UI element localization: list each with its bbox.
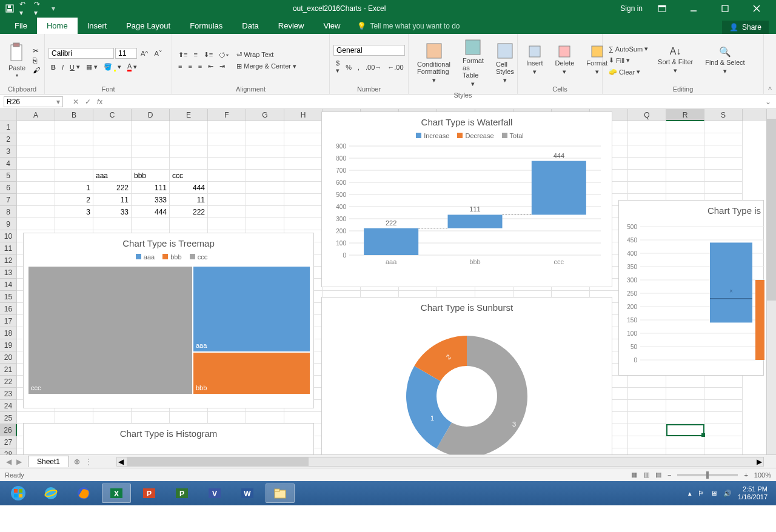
vertical-scrollbar[interactable] bbox=[766, 109, 776, 454]
row-header[interactable]: 2 bbox=[0, 133, 17, 145]
cell[interactable] bbox=[208, 158, 246, 170]
tab-data[interactable]: Data bbox=[232, 18, 268, 34]
align-middle-icon[interactable]: ≡ bbox=[191, 50, 199, 59]
merge-center-button[interactable]: ⊞ Merge & Center ▾ bbox=[234, 61, 299, 71]
column-header[interactable]: A bbox=[17, 109, 55, 121]
delete-cells-button[interactable]: Delete▾ bbox=[550, 36, 580, 84]
font-size-select[interactable] bbox=[115, 48, 137, 59]
row-header[interactable]: 26 bbox=[0, 424, 17, 436]
cell[interactable] bbox=[666, 121, 704, 133]
cell[interactable] bbox=[17, 218, 55, 230]
cell[interactable] bbox=[93, 158, 132, 170]
cell[interactable] bbox=[666, 412, 704, 424]
tray-time[interactable]: 2:51 PM bbox=[738, 485, 768, 493]
cell[interactable] bbox=[666, 182, 704, 194]
row-header[interactable]: 25 bbox=[0, 412, 17, 424]
cell[interactable] bbox=[704, 448, 743, 454]
cell[interactable] bbox=[628, 145, 666, 158]
tab-formulas[interactable]: Formulas bbox=[180, 18, 232, 34]
cell[interactable] bbox=[666, 448, 704, 454]
cell[interactable] bbox=[208, 133, 246, 145]
tab-review[interactable]: Review bbox=[269, 18, 314, 34]
row-header[interactable]: 22 bbox=[0, 376, 17, 388]
cell[interactable] bbox=[246, 133, 284, 145]
cell[interactable] bbox=[666, 133, 704, 145]
format-painter-icon[interactable]: 🖌 bbox=[33, 66, 40, 75]
cell[interactable]: 333 bbox=[132, 194, 170, 206]
fill-color-icon[interactable]: 🪣 ▾ bbox=[101, 61, 124, 73]
decrease-indent-icon[interactable]: ⇤ bbox=[206, 61, 216, 71]
cell[interactable] bbox=[628, 376, 666, 388]
tell-me-search[interactable]: 💡 Tell me what you want to do bbox=[350, 18, 467, 34]
zoom-in-icon[interactable]: + bbox=[744, 471, 748, 479]
cell[interactable] bbox=[284, 145, 323, 158]
cell[interactable] bbox=[17, 170, 55, 182]
tab-view[interactable]: View bbox=[313, 18, 350, 34]
cell[interactable] bbox=[208, 218, 246, 230]
cell[interactable] bbox=[208, 145, 246, 158]
cell[interactable]: aaa bbox=[93, 170, 132, 182]
cell[interactable] bbox=[704, 158, 743, 170]
row-header[interactable]: 10 bbox=[0, 230, 17, 242]
project-icon[interactable]: P bbox=[167, 484, 196, 503]
paste-button[interactable]: Paste ▾ bbox=[4, 36, 30, 84]
cell[interactable] bbox=[628, 182, 666, 194]
zoom-level[interactable]: 100% bbox=[754, 471, 771, 479]
cell[interactable]: 444 bbox=[132, 206, 170, 218]
column-header[interactable]: B bbox=[55, 109, 93, 121]
cell[interactable] bbox=[284, 158, 323, 170]
fill-button[interactable]: ⬇ Fill ▾ bbox=[606, 55, 651, 65]
increase-indent-icon[interactable]: ⇥ bbox=[217, 61, 227, 71]
cell[interactable] bbox=[628, 388, 666, 400]
cell[interactable] bbox=[246, 194, 284, 206]
bold-button[interactable]: B bbox=[48, 62, 58, 72]
increase-font-icon[interactable]: A^ bbox=[138, 48, 151, 58]
cell[interactable] bbox=[55, 121, 93, 133]
tray-expand-icon[interactable]: ▴ bbox=[688, 490, 692, 497]
cell[interactable] bbox=[93, 412, 132, 424]
row-header[interactable]: 20 bbox=[0, 351, 17, 364]
cell[interactable] bbox=[628, 436, 666, 448]
row-header[interactable]: 7 bbox=[0, 194, 17, 206]
underline-button[interactable]: U ▾ bbox=[67, 62, 82, 72]
word-icon[interactable]: W bbox=[233, 484, 262, 503]
font-name-select[interactable] bbox=[48, 48, 114, 59]
cell[interactable] bbox=[628, 121, 666, 133]
cell[interactable]: 222 bbox=[93, 182, 132, 194]
cell[interactable] bbox=[704, 412, 743, 424]
cell[interactable] bbox=[55, 133, 93, 145]
cell[interactable]: 11 bbox=[170, 194, 208, 206]
cell[interactable] bbox=[208, 121, 246, 133]
cell[interactable]: 1 bbox=[55, 182, 93, 194]
cell[interactable] bbox=[246, 218, 284, 230]
borders-icon[interactable]: ▦ ▾ bbox=[84, 62, 100, 72]
start-button[interactable] bbox=[4, 484, 33, 503]
row-header[interactable]: 24 bbox=[0, 400, 17, 412]
cell[interactable] bbox=[208, 194, 246, 206]
cell[interactable] bbox=[17, 158, 55, 170]
sort-filter-button[interactable]: A↓Sort & Filter▾ bbox=[653, 36, 698, 84]
row-header[interactable]: 8 bbox=[0, 206, 17, 218]
number-format-select[interactable] bbox=[333, 45, 405, 56]
column-header[interactable]: E bbox=[170, 109, 208, 121]
row-header[interactable]: 16 bbox=[0, 303, 17, 315]
cell[interactable] bbox=[170, 158, 208, 170]
sheet-nav-prev-icon[interactable]: ◀ bbox=[6, 457, 12, 466]
expand-formula-bar-icon[interactable]: ⌄ bbox=[760, 98, 776, 106]
tray-date[interactable]: 1/16/2017 bbox=[738, 493, 768, 501]
cell[interactable]: 444 bbox=[170, 182, 208, 194]
cell[interactable] bbox=[55, 145, 93, 158]
column-header[interactable]: R bbox=[666, 109, 704, 121]
align-center-icon[interactable]: ≡ bbox=[186, 61, 194, 71]
font-color-icon[interactable]: A ▾ bbox=[125, 61, 139, 73]
cell[interactable] bbox=[208, 412, 246, 424]
row-header[interactable]: 18 bbox=[0, 327, 17, 339]
cell[interactable] bbox=[704, 400, 743, 412]
chart-treemap[interactable]: Chart Type is Treemap aaa bbb ccc ccc aa… bbox=[23, 233, 314, 408]
cell[interactable]: 111 bbox=[132, 182, 170, 194]
cell[interactable] bbox=[704, 182, 743, 194]
align-left-icon[interactable]: ≡ bbox=[176, 61, 184, 71]
cell[interactable] bbox=[170, 145, 208, 158]
cell[interactable] bbox=[246, 412, 284, 424]
firefox-icon[interactable] bbox=[69, 484, 98, 503]
